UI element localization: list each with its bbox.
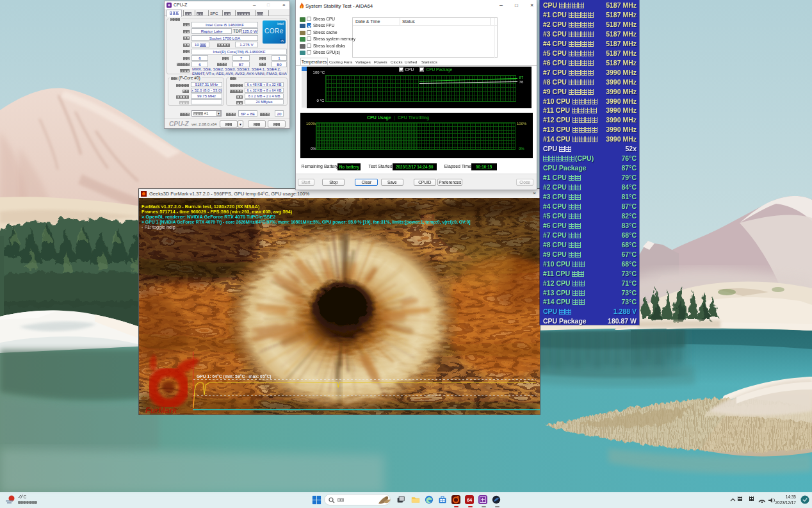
svg-text:> OpenGL renderer: NVIDIA GeFo: > OpenGL renderer: NVIDIA GeForce RTX 40… [142,214,275,220]
svg-text:> GPU 1 (NVIDIA GeForce RTX 40: > GPU 1 (NVIDIA GeForce RTX 4070 Ti) - c… [142,220,471,225]
svg-text:GPU 1: 64°C (min: 59°C - max:: GPU 1: 64°C (min: 59°C - max: 65°C) [197,374,272,379]
svg-text:FurMark: FurMark [145,406,177,414]
svg-text:- F1: toggle help: - F1: toggle help [142,224,175,230]
svg-text:64: 64 [467,497,473,503]
